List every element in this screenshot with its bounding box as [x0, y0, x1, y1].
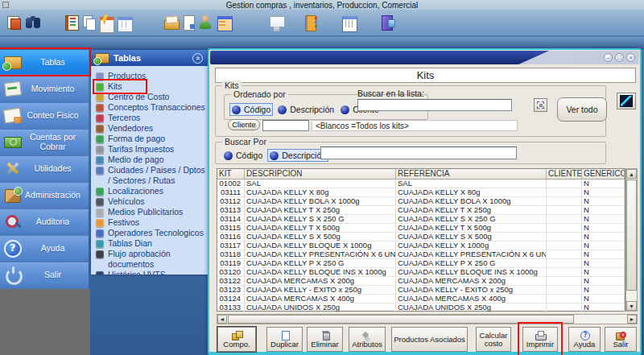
collapse-up-icon[interactable]: « [192, 53, 203, 64]
radio-buscarpor-código[interactable]: Código [222, 150, 264, 161]
mail-icon[interactable] [163, 14, 180, 31]
menu-item-medios-publicitarios[interactable]: Medios Publicitarios [95, 207, 205, 217]
address-book-icon[interactable] [64, 14, 80, 31]
close-icon[interactable]: × [626, 53, 635, 62]
cell: CUAJADA KELLY X 80g [396, 188, 547, 197]
column-header-generico[interactable]: GENERICO [582, 169, 625, 180]
cliente-button[interactable]: Cliente [228, 119, 260, 130]
exit-door-icon[interactable] [380, 14, 396, 31]
cliente-hint-field[interactable]: <Blancos =Todos los kits> [312, 120, 518, 131]
table-row[interactable]: 03111CUAJADA KELLY X 80gCUAJADA KELLY X … [217, 188, 625, 197]
menu-item-flujo-aprobación-documentos[interactable]: Flujo aprobación documentos [95, 249, 205, 270]
maximize-icon[interactable]: □ [615, 53, 624, 62]
menu-item-tablas-dian[interactable]: Tablas Dian [95, 238, 205, 249]
menu-item-histórico-uvts[interactable]: Histórico UVTS [95, 270, 205, 275]
table-row[interactable]: 03120CUAJADA KELLY BLOQUE INS X 1000gCUA… [217, 268, 625, 277]
menu-item-tarifas-impuestos[interactable]: Tarifas Impuestos [95, 144, 205, 155]
table-row[interactable]: 03118CUAJADA KELLY PRESENTACIÓN X 6 UNID… [217, 250, 625, 259]
binder-icon[interactable] [303, 14, 319, 31]
buscar-por-input[interactable] [320, 147, 517, 159]
menu-item-kits[interactable]: Kits [95, 81, 145, 92]
menu-item-conceptos-transacciones[interactable]: Conceptos Transacciones [95, 102, 205, 113]
menu-item-productos[interactable]: Productos [95, 71, 205, 81]
radio-ordenado-descripción[interactable]: Descripción [276, 104, 336, 115]
table-row[interactable]: 03116CUAJADA KELLY S X 500gCUAJADA KELLY… [217, 233, 625, 241]
horizontal-scroll-thumb[interactable] [228, 315, 574, 324]
radio-button-icon[interactable] [232, 105, 241, 114]
app-icon[interactable] [6, 14, 22, 31]
sidebar-item-auditoria[interactable]: Auditoria [0, 209, 89, 233]
minimize-icon[interactable]: – [604, 53, 613, 62]
scroll-up-icon[interactable]: ▲ [626, 169, 637, 179]
export-excel-icon[interactable] [617, 93, 636, 109]
select-region-icon[interactable] [534, 98, 547, 112]
horizontal-scrollbar[interactable]: ◄ ► [217, 314, 638, 324]
schedule-icon[interactable] [99, 14, 115, 31]
table-row[interactable]: 03113CUAJADA KELLY T X 250gCUAJADA KELLY… [217, 206, 625, 215]
sidebar-item-utilidades[interactable]: Utilidades [0, 156, 89, 180]
calcular-costo-button[interactable]: Calcular costo [476, 327, 511, 352]
imprimir-button[interactable]: Imprimir [522, 327, 558, 352]
scroll-down-icon[interactable]: ▼ [626, 301, 637, 311]
table-row[interactable]: 03112CUAJADA KELLY BOLA X 1000gCUAJADA K… [217, 197, 625, 206]
table-row[interactable]: 03115CUAJADA KELLY T X 500gCUAJADA KELLY… [217, 224, 625, 233]
document-icon[interactable] [181, 14, 197, 31]
menu-item-medio-de-pago[interactable]: Medio de pago [95, 155, 205, 165]
radio-buscarpor-descripción[interactable]: Descripción [267, 149, 328, 162]
table-icon[interactable] [117, 14, 133, 31]
radio-button-icon[interactable] [341, 105, 349, 114]
sidebar-item-salir[interactable]: Salir [0, 262, 89, 287]
sidebar-item-tablas[interactable]: Tablas [0, 50, 89, 74]
salir-button[interactable]: Salir [605, 327, 637, 352]
table-row[interactable]: 03117CUAJADA KELLY BLOQUE X 1000gCUAJADA… [217, 241, 625, 250]
vertical-scrollbar[interactable]: ▲ ▼ [625, 168, 638, 312]
atributos-button[interactable]: Atributos [349, 327, 386, 352]
menu-item-festivos[interactable]: Festivos [95, 217, 205, 228]
ayuda-button[interactable]: Ayuda [568, 327, 601, 352]
user-search-icon[interactable] [199, 14, 215, 31]
ver-todo-button[interactable]: Ver todo [557, 97, 607, 122]
menu-item-vehículos[interactable]: Vehículos [95, 196, 205, 207]
compo-button[interactable]: Compo. [217, 327, 256, 352]
sidebar-item-administración[interactable]: Administración [0, 183, 89, 207]
menu-item-localizaciones[interactable]: Localizaciones [95, 186, 205, 196]
monitor-chart-icon[interactable] [269, 14, 285, 31]
table-row[interactable]: 03114CUAJADA KELLY S X 250 GCUAJADA KELL… [217, 215, 625, 224]
table-row[interactable]: 03124CUAJADA MERCAMAS X 400gCUAJADA MERC… [217, 295, 625, 303]
duplicar-button[interactable]: Duplicar [266, 327, 303, 352]
radio-ordenado-código[interactable]: Código [229, 103, 273, 116]
column-header-referencia[interactable]: REFERENCIA [396, 169, 547, 180]
eliminar-button[interactable]: Eliminar [307, 327, 343, 352]
vertical-scroll-thumb[interactable] [626, 180, 637, 291]
copy-icon[interactable] [81, 14, 97, 31]
menu-item-operadores-tecnologicos[interactable]: Operadores Tecnologicos [95, 228, 205, 238]
menu-item-vendedores[interactable]: Vendedores [95, 123, 205, 134]
table-row[interactable]: 03133CUAJADA UNIDOS X 250gCUAJADA UNIDOS… [217, 303, 625, 312]
sidebar-item-ayuda[interactable]: Ayuda [0, 236, 89, 260]
scroll-right-icon[interactable]: ► [627, 315, 637, 324]
sidebar-item-movimiento[interactable]: Movimiento [0, 76, 89, 101]
grid-icon[interactable] [341, 14, 357, 31]
menu-item-ciudades-paises-dptos-sectores-rutas[interactable]: Ciudades / Paises / Dptos / Sectores / R… [95, 165, 205, 186]
sidebar-item-cuentas-por-cobrar[interactable]: Cuentas por Cobrar [0, 130, 89, 154]
column-header-cliente[interactable]: CLIENTE [547, 169, 582, 180]
table-row[interactable]: 03123CUAJADA KELLY - EXITO x 250gCUAJADA… [217, 286, 625, 295]
table-row[interactable]: 01002SALSALN [217, 180, 625, 188]
form-icon[interactable] [217, 14, 233, 31]
table-row[interactable]: 03122CUAJADA MERCAMAS X 200gCUAJADA MERC… [217, 277, 625, 286]
cliente-input[interactable] [262, 120, 309, 131]
table-row[interactable]: 03119CUAJADA KELLY P X 250 GCUAJADA KELL… [217, 259, 625, 268]
radio-button-icon[interactable] [278, 105, 287, 114]
menu-item-forma-de-pago[interactable]: Forma de pago [95, 134, 205, 144]
column-header-descripcion[interactable]: DESCRIPCION [245, 169, 396, 180]
radio-button-icon[interactable] [270, 151, 279, 160]
menu-item-centro-de-costo[interactable]: Centro de Costo [95, 92, 205, 102]
radio-button-icon[interactable] [224, 151, 233, 160]
productos-asociados-button[interactable]: Productos Asociados [391, 327, 468, 352]
column-header-kit[interactable]: KIT [217, 169, 245, 180]
scroll-left-icon[interactable]: ◄ [217, 315, 227, 324]
search-binoculars-icon[interactable] [25, 14, 41, 31]
menu-item-terceros[interactable]: Terceros [95, 113, 205, 123]
sidebar-item-conteo-fisico[interactable]: Conteo Fisico [0, 103, 89, 127]
buscar-lista-input[interactable] [357, 99, 512, 111]
